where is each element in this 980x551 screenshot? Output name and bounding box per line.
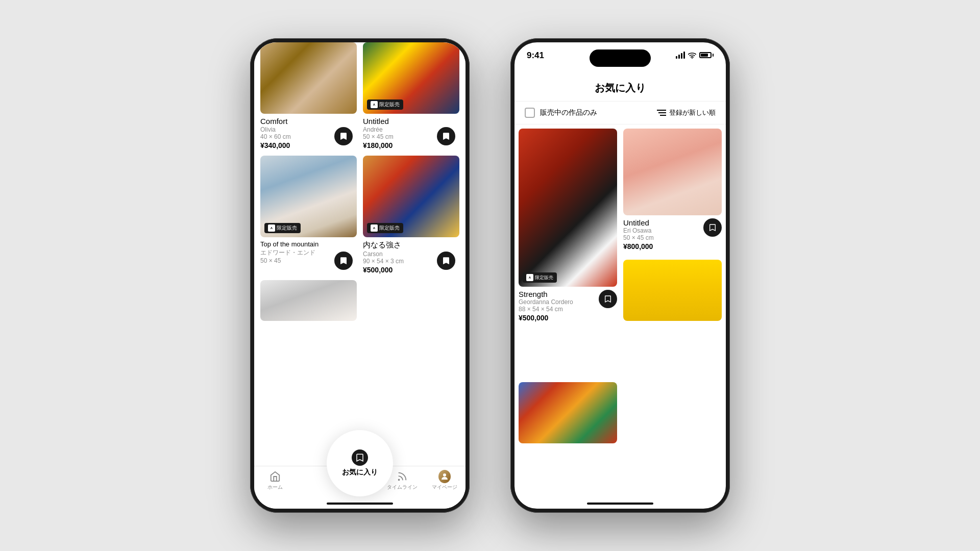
home-bar-right xyxy=(587,503,653,505)
signal-icon xyxy=(676,52,685,59)
available-only-checkbox[interactable] xyxy=(525,108,535,118)
favorites-bubble[interactable]: お気に入り xyxy=(327,430,393,496)
art-image-yellow xyxy=(623,260,722,321)
bookmark-button-comfort[interactable] xyxy=(334,127,353,145)
status-icons xyxy=(676,52,714,59)
art-size-untitled-right: 50 × 45 cm xyxy=(623,234,722,241)
home-indicator-right xyxy=(514,498,726,509)
artwork-grid-left: Comfort Olivia 40 × 60 cm ¥340,000 xyxy=(254,42,465,327)
art-size-strength: 88 × 54 × 54 cm xyxy=(519,306,617,313)
artwork-card-comfort[interactable]: Comfort Olivia 40 × 60 cm ¥340,000 xyxy=(260,42,357,149)
artwork-card-mountain[interactable]: A 限定販売 Top of the mountain エドワード・エンド 50 … xyxy=(260,156,357,274)
sort-icon xyxy=(657,109,666,116)
nav-item-mypage[interactable]: マイページ xyxy=(423,470,465,491)
artwork-card-inner-strength[interactable]: A 限定販売 内なる強さ Carson 90 × 54 × 3 cm ¥500,… xyxy=(363,156,459,274)
page-title: お気に入り xyxy=(514,73,726,102)
artwork-image-mountain: A 限定販売 xyxy=(260,156,357,237)
artwork-title-comfort: Comfort xyxy=(260,117,357,126)
art-info-strength: Strength Geordanna Cordero 88 × 54 × 54 … xyxy=(519,287,617,325)
artwork-title-inner-strength: 内なる強さ xyxy=(363,240,459,250)
art-price-untitled-right: ¥800,000 xyxy=(623,242,722,251)
wifi-icon xyxy=(688,52,696,59)
badge-logo-inner-strength: A xyxy=(371,224,378,232)
right-column: Untitled Eri Osawa 50 × 45 cm ¥800,000 xyxy=(623,129,722,376)
artwork-title-mountain: Top of the mountain xyxy=(260,240,357,248)
artwork-card-untitled-left[interactable]: A 限定販売 Untitled Andrée 50 × 45 cm ¥180,0… xyxy=(363,42,459,149)
art-image-colorful xyxy=(519,382,617,443)
badge-logo-mountain: A xyxy=(268,224,275,232)
dynamic-island xyxy=(590,49,651,67)
art-image-untitled-right xyxy=(623,129,722,215)
favorites-bubble-icon xyxy=(352,449,368,466)
nav-label-timeline: タイムライン xyxy=(387,484,418,491)
artwork-image-inner-strength: A 限定販売 xyxy=(363,156,459,237)
artwork-title-untitled-left: Untitled xyxy=(363,117,459,126)
limited-badge-mountain: A 限定販売 xyxy=(264,223,301,233)
artwork-image-untitled-left: A 限定販売 xyxy=(363,42,459,114)
svg-point-2 xyxy=(398,480,399,481)
artwork-card-grey xyxy=(260,280,357,321)
art-price-strength: ¥500,000 xyxy=(519,314,617,322)
art-card-yellow[interactable] xyxy=(623,260,722,321)
filter-left: 販売中の作品のみ xyxy=(525,108,597,118)
status-area: 9:41 xyxy=(514,42,726,73)
artwork-image-grey xyxy=(260,280,357,321)
left-screen-content: Comfort Olivia 40 × 60 cm ¥340,000 xyxy=(254,42,465,509)
right-phone-screen: 9:41 xyxy=(514,42,726,509)
bookmark-button-strength[interactable] xyxy=(599,290,617,308)
artworks-grid-right: A 限定販売 Strength Geordanna Cordero 88 × 5… xyxy=(514,124,726,498)
nav-item-home[interactable]: ホーム xyxy=(254,470,297,491)
svg-point-4 xyxy=(692,57,693,58)
sort-button[interactable]: 登録が新しい順 xyxy=(657,108,716,117)
right-phone: 9:41 xyxy=(510,38,730,513)
home-indicator-left xyxy=(327,503,393,505)
left-phone: Comfort Olivia 40 × 60 cm ¥340,000 xyxy=(250,38,470,513)
nav-label-home: ホーム xyxy=(267,484,283,491)
badge-logo: A xyxy=(371,101,378,108)
limited-badge-strength: A 限定販売 xyxy=(523,272,557,283)
art-info-untitled-right: Untitled Eri Osawa 50 × 45 cm ¥800,000 xyxy=(623,215,722,254)
scene: Comfort Olivia 40 × 60 cm ¥340,000 xyxy=(0,0,980,551)
left-phone-screen: Comfort Olivia 40 × 60 cm ¥340,000 xyxy=(254,42,465,509)
bookmark-button-untitled-left[interactable] xyxy=(437,127,455,145)
bookmark-button-untitled-right[interactable] xyxy=(703,218,722,237)
status-time: 9:41 xyxy=(527,51,544,61)
limited-badge-untitled-left: A 限定販売 xyxy=(367,99,403,110)
rss-icon xyxy=(396,470,408,483)
bookmark-button-inner-strength[interactable] xyxy=(437,252,455,270)
limited-badge-inner-strength: A 限定販売 xyxy=(367,223,403,233)
svg-point-3 xyxy=(443,473,446,477)
art-card-colorful[interactable] xyxy=(519,382,617,494)
home-icon xyxy=(269,470,281,483)
right-screen-content: 9:41 xyxy=(514,42,726,509)
person-icon xyxy=(438,470,451,483)
filter-bar: 販売中の作品のみ 登録が新しい順 xyxy=(514,102,726,124)
nav-label-mypage: マイページ xyxy=(432,484,457,491)
available-only-label: 販売中の作品のみ xyxy=(540,108,597,117)
sort-label: 登録が新しい順 xyxy=(669,108,716,117)
favorites-bubble-label: お気に入り xyxy=(342,468,378,477)
badge-logo-strength: A xyxy=(526,274,533,281)
artwork-image-comfort xyxy=(260,42,357,114)
art-card-strength[interactable]: A 限定販売 Strength Geordanna Cordero 88 × 5… xyxy=(519,129,617,376)
art-card-untitled-right[interactable]: Untitled Eri Osawa 50 × 45 cm ¥800,000 xyxy=(623,129,722,254)
bookmark-button-mountain[interactable] xyxy=(334,252,353,270)
art-image-strength: A 限定販売 xyxy=(519,129,617,287)
battery-icon xyxy=(699,52,714,58)
